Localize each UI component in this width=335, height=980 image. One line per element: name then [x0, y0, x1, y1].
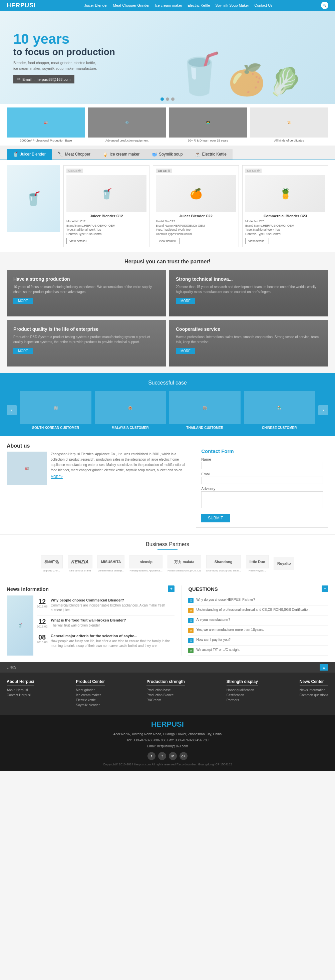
footer-col-title-3: Strength display — [227, 679, 258, 686]
view-btn-1[interactable]: View details+ — [67, 238, 90, 244]
tab-icon-juicer: 🥤 — [13, 151, 18, 157]
social-twitter-icon[interactable]: t — [158, 752, 166, 760]
trust-card-text-1: 10 years of focus on manufacturing indus… — [13, 285, 159, 294]
about-more-link[interactable]: MORE> — [51, 475, 189, 479]
questions-title: QUESTIONS — [188, 586, 218, 592]
footer-link-about-1[interactable]: Contact Herpusi — [7, 693, 34, 697]
nav-electric-kettle[interactable]: Electric Kettle — [187, 3, 210, 7]
q-badge-3: Q — [188, 618, 194, 623]
case-prev-arrow[interactable]: ‹ — [7, 405, 17, 415]
footer-col-production: Production strength Production base Prod… — [146, 679, 185, 708]
hero-dot-3[interactable] — [171, 97, 175, 101]
q-badge-2: A — [188, 608, 194, 613]
news-questions-section: News information + 🥤 12 2015.08 Why peop… — [0, 579, 335, 662]
product-featured: 🥤 — [7, 165, 60, 232]
footer-link-strength-1[interactable]: Certification — [227, 693, 258, 697]
footer-link-prod-1[interactable]: Ice cream maker — [76, 693, 105, 697]
contact-advisory-textarea[interactable] — [201, 492, 323, 508]
trust-card-text-2: 20 more than 15 years of research and de… — [176, 285, 322, 294]
tab-icon-meat: 🔪 — [58, 151, 64, 157]
contact-email-input[interactable] — [201, 477, 323, 484]
footer-link-news-0[interactable]: News information — [300, 688, 328, 692]
news-content-1: Why people choose Commercial Blender? Co… — [51, 598, 175, 612]
social-facebook-icon[interactable]: f — [148, 752, 156, 760]
product-cards: CB CE ® 🥤 Juicer Blender C12 Model:No C1… — [64, 165, 328, 247]
trust-btn-1[interactable]: MORE — [13, 298, 33, 304]
case-item-3: 🏬 THAILAND CUSTOMER — [169, 391, 241, 430]
footer-link-news-1[interactable]: Common questions — [300, 693, 328, 697]
contact-email-field: Email — [201, 472, 323, 484]
partner-logo-5: Shandong — [206, 555, 241, 568]
news-more-btn[interactable]: + — [168, 585, 175, 592]
trust-card-text-3: Production R&D System × product testing … — [13, 334, 159, 344]
footer-address: Addr.No.96, Xinfeng North Road, Huangpu … — [7, 731, 328, 737]
partner-cap-1: Italy famous brand — [68, 569, 92, 572]
nav-soymilk[interactable]: Soymilk Soup Maker — [215, 3, 249, 7]
factory-caption-3: 30+ R & D team over 15 years — [169, 139, 247, 142]
trust-section: Herpusi you can trust the partner! Have … — [0, 252, 335, 373]
contact-name-input[interactable] — [201, 462, 323, 469]
tab-electric-kettle[interactable]: ☕ Electric Kettle — [189, 149, 233, 159]
news-day-2: 12 — [37, 618, 48, 625]
factory-section: 🏭 20000m² Professional Production Base ⚙… — [0, 104, 335, 146]
hero-dot-1[interactable] — [160, 97, 164, 101]
news-date-2: 12 2015.02 — [37, 618, 48, 628]
partner-cap-0: a group Zho... — [41, 569, 63, 572]
footer-link-prod-3[interactable]: Soymilk blender — [76, 703, 105, 707]
search-icon[interactable]: 🔍 — [321, 2, 328, 9]
questions-more-btn[interactable]: + — [322, 585, 328, 592]
footer-logo: HERPUSI — [7, 720, 328, 729]
partner-logo-0: 群华广达 — [41, 555, 63, 568]
footer-link-prod-str-2[interactable]: R&Cream — [146, 698, 185, 702]
factory-item-4: 📜 All kinds of certificates — [250, 108, 328, 142]
news-month-3: 2015.08 — [37, 641, 48, 644]
about-section: About us 🏭 Zhongshan Herpusi Electrical … — [7, 443, 189, 528]
footer-tel: Tel: 0086-0760-88 886 888 Fax: 0086-0760… — [7, 737, 328, 743]
nav-contact[interactable]: Contact Us — [254, 3, 272, 7]
tab-meat-chopper[interactable]: 🔪 Meat Chopper — [52, 149, 97, 159]
trust-btn-3[interactable]: MORE — [13, 348, 33, 354]
news-title: News information — [7, 586, 49, 592]
nav-juicer-blender[interactable]: Juicer Blender — [84, 3, 108, 7]
footer-col-title-1: Product Center — [76, 679, 105, 686]
back-to-top-button[interactable]: ▲ — [320, 664, 328, 671]
tab-label-soymilk: Soymilk soup — [159, 152, 183, 156]
view-btn-3[interactable]: View details+ — [245, 238, 269, 244]
footer-link-prod-str-1[interactable]: Production Blance — [146, 693, 185, 697]
partner-1: KENZIA Italy famous brand — [68, 555, 92, 572]
nav-ice-cream[interactable]: Ice cream maker — [155, 3, 182, 7]
view-btn-2[interactable]: View details+ — [156, 238, 179, 244]
footer-link-strength-0[interactable]: Honor qualification — [227, 688, 258, 692]
product-control-3: Controls Type:PushControl — [245, 232, 325, 236]
case-img-3: 🏬 — [169, 391, 241, 424]
partner-3: nleosip Nleosip Electric Appliance... — [129, 555, 162, 572]
trust-card-title-2: Strong technical innova... — [176, 276, 322, 282]
footer-link-prod-str-0[interactable]: Production base — [146, 688, 185, 692]
partner-5: Shandong Shandong duck group smal... — [206, 555, 241, 572]
trust-card-text-4: Have a professional international sales … — [176, 334, 322, 344]
footer-link-strength-2[interactable]: Partners — [227, 698, 258, 702]
case-next-arrow[interactable]: › — [318, 405, 328, 415]
social-google-icon[interactable]: g+ — [179, 752, 187, 760]
submit-button[interactable]: SUBMIT — [201, 514, 230, 522]
nav-meat-chopper[interactable]: Meat Chopper Grinder — [113, 3, 149, 7]
news-headline-2: What is the food fruit wall-broken Blend… — [51, 618, 126, 622]
tab-soymilk[interactable]: 🥣 Soymilk soup — [146, 149, 189, 159]
question-2: A Understanding of professional technica… — [188, 606, 328, 616]
footer-link-prod-2[interactable]: Electric kettle — [76, 698, 105, 702]
q-text-1: Why do you choose HERPUSI Partner? — [196, 598, 255, 602]
q-text-3: Are you manufacturer? — [196, 617, 230, 622]
hero-dot-2[interactable] — [166, 97, 169, 101]
partner-cap-5: Shandong duck group smal... — [206, 569, 241, 572]
footer-link-prod-0[interactable]: Meat grinder — [76, 688, 105, 692]
footer-link-about-0[interactable]: About Herpusi — [7, 688, 34, 692]
trust-btn-2[interactable]: MORE — [176, 298, 195, 304]
tab-ice-cream[interactable]: 🍦 Ice cream maker — [97, 149, 146, 159]
social-linkedin-icon[interactable]: in — [169, 752, 177, 760]
factory-item-2: ⚙️ Advanced production equipment — [88, 108, 166, 142]
partner-cap-4: Fujian Malata Group Co. Ltd — [167, 569, 201, 572]
q-badge-1: Q — [188, 598, 194, 603]
trust-btn-4[interactable]: MORE — [176, 348, 195, 354]
news-item-1: 12 2015.08 Why people choose Commercial … — [37, 595, 175, 616]
tab-juicer-blender[interactable]: 🥤 Juicer Blender — [7, 149, 52, 159]
